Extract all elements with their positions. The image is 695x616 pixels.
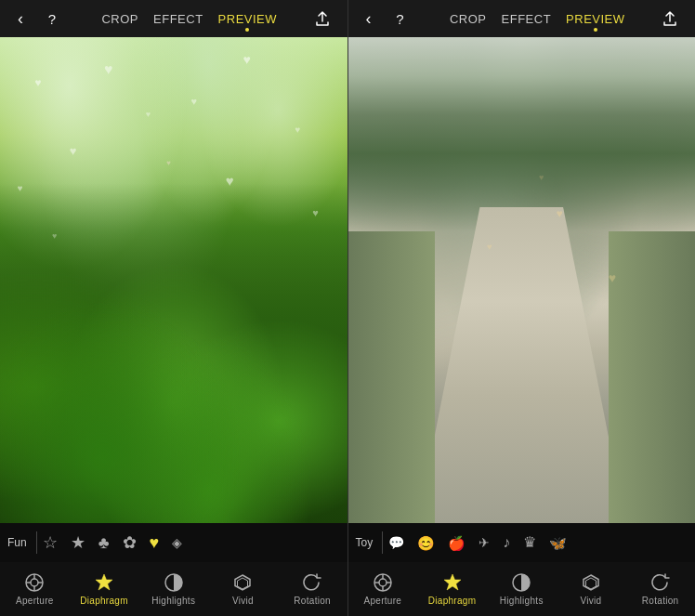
- bokeh-heart: ♥: [226, 173, 234, 189]
- right-tab-effect[interactable]: EFFECT: [502, 12, 552, 26]
- right-nav-left: ‹ ?: [356, 9, 413, 29]
- right-panel: ‹ ? CROP EFFECT PREVIEW: [348, 0, 696, 616]
- right-help-icon[interactable]: ?: [387, 11, 413, 27]
- left-filter-heart[interactable]: ♥: [150, 534, 160, 551]
- left-filter-star-outline[interactable]: ☆: [43, 534, 58, 551]
- right-tool-highlights[interactable]: Highlights: [487, 562, 557, 616]
- left-filter-club[interactable]: ♣: [98, 534, 110, 551]
- left-filter-flower[interactable]: ✿: [123, 534, 137, 551]
- left-tool-aperture[interactable]: Aperture: [0, 562, 70, 616]
- right-diaphragm-icon: [442, 572, 463, 593]
- left-tool-vivid-label: Vivid: [232, 596, 254, 606]
- right-tool-aperture-label: Aperture: [363, 596, 401, 606]
- highlights-icon: [164, 572, 184, 593]
- left-filter-sep: [36, 531, 37, 554]
- left-tool-highlights-label: Highlights: [151, 596, 195, 606]
- right-filter-sep: [382, 531, 383, 554]
- bokeh-heart: ♥: [190, 96, 197, 107]
- left-filter-drop[interactable]: ◈: [172, 536, 182, 549]
- left-nav-left: ‹ ?: [7, 9, 65, 29]
- bokeh-heart: ♥: [18, 183, 23, 193]
- right-tool-rotation[interactable]: Rotation: [625, 562, 695, 616]
- left-bokeh-overlay: ♥ ♥ ♥ ♥ ♥ ♥ ♥ ♥ ♥ ♥ ♥ ♥: [0, 37, 348, 523]
- bokeh-heart: ♥: [295, 125, 300, 135]
- left-photo-bg: ♥ ♥ ♥ ♥ ♥ ♥ ♥ ♥ ♥ ♥ ♥ ♥: [0, 37, 348, 523]
- left-tab-effect[interactable]: EFFECT: [153, 12, 203, 26]
- right-path: [417, 207, 625, 523]
- bokeh-heart: ♥: [70, 144, 77, 158]
- right-trees-top: [348, 37, 696, 231]
- right-nav-tabs: CROP EFFECT PREVIEW: [450, 12, 625, 26]
- right-tool-vivid-label: Vivid: [580, 596, 601, 606]
- right-tool-diaphragm[interactable]: Diaphragm: [417, 562, 487, 616]
- svg-marker-16: [444, 574, 461, 590]
- vivid-icon: [232, 572, 253, 593]
- right-photo-bg: ♥ ♥ ♥ ♥: [348, 37, 696, 523]
- diaphragm-icon: [94, 572, 114, 593]
- rotation-icon: [302, 572, 322, 593]
- bokeh-heart: ♥: [243, 52, 250, 67]
- right-filter-butterfly[interactable]: 🦋: [549, 536, 567, 550]
- left-photo: ♥ ♥ ♥ ♥ ♥ ♥ ♥ ♥ ♥ ♥ ♥ ♥: [0, 37, 348, 523]
- left-nav-tabs: CROP EFFECT PREVIEW: [101, 12, 277, 26]
- left-panel: ‹ ? CROP EFFECT PREVIEW ♥ ♥ ♥ ♥ ♥: [0, 0, 348, 616]
- left-tool-bar: Aperture Diaphragm Highlights: [0, 562, 348, 616]
- left-filter-label: Fun: [7, 536, 27, 549]
- right-vivid-icon: [581, 572, 601, 593]
- right-nav-right: [662, 10, 688, 27]
- left-tool-diaphragm[interactable]: Diaphragm: [70, 562, 139, 616]
- right-share-icon[interactable]: [662, 10, 688, 27]
- left-help-icon[interactable]: ?: [39, 11, 65, 27]
- right-rotation-icon: [650, 572, 671, 593]
- right-tab-preview[interactable]: PREVIEW: [566, 12, 624, 26]
- right-filter-plane[interactable]: ✈: [479, 536, 490, 549]
- right-filter-icons: 💬 😊 🍎 ✈ ♪ ♛ 🦋: [388, 535, 567, 550]
- left-tool-aperture-label: Aperture: [16, 596, 54, 606]
- left-share-icon[interactable]: [314, 10, 340, 27]
- right-tool-vivid[interactable]: Vivid: [557, 562, 626, 616]
- right-photo: ♥ ♥ ♥ ♥: [348, 37, 696, 523]
- left-filter-bar: Fun ☆ ★ ♣ ✿ ♥ ◈: [0, 523, 348, 562]
- left-tool-rotation[interactable]: Rotation: [278, 562, 348, 616]
- right-filter-apple[interactable]: 🍎: [448, 536, 466, 550]
- left-back-icon[interactable]: ‹: [7, 9, 33, 29]
- right-left-grass: [348, 231, 435, 523]
- bokeh-heart: ♥: [52, 231, 57, 241]
- left-nav-bar: ‹ ? CROP EFFECT PREVIEW: [0, 0, 348, 37]
- right-tool-aperture[interactable]: Aperture: [348, 562, 418, 616]
- right-aperture-icon: [373, 572, 393, 593]
- svg-marker-19: [585, 578, 596, 589]
- bokeh-heart: ♥: [312, 207, 319, 218]
- svg-point-1: [31, 579, 38, 586]
- right-highlights-icon: [511, 572, 531, 593]
- bokeh-heart: ♥: [166, 159, 171, 167]
- left-tool-vivid[interactable]: Vivid: [208, 562, 278, 616]
- aperture-icon: [24, 572, 45, 593]
- bokeh-heart: ♥: [146, 110, 151, 119]
- bokeh-heart: ♥: [104, 61, 113, 78]
- left-nav-right: [314, 10, 340, 27]
- right-nav-bar: ‹ ? CROP EFFECT PREVIEW: [348, 0, 696, 37]
- left-filter-icons: ☆ ★ ♣ ✿ ♥ ◈: [43, 534, 183, 551]
- right-filter-crown[interactable]: ♛: [523, 535, 536, 550]
- left-tool-highlights[interactable]: Highlights: [138, 562, 208, 616]
- left-tab-preview[interactable]: PREVIEW: [218, 12, 277, 26]
- right-filter-label: Toy: [356, 536, 374, 549]
- right-tool-highlights-label: Highlights: [500, 596, 544, 606]
- left-tab-crop[interactable]: CROP: [101, 12, 138, 26]
- left-tool-rotation-label: Rotation: [294, 596, 331, 606]
- svg-marker-6: [96, 574, 112, 590]
- right-filter-smile[interactable]: 😊: [417, 536, 435, 550]
- svg-point-11: [379, 579, 387, 586]
- right-back-icon[interactable]: ‹: [356, 9, 382, 29]
- right-tab-crop[interactable]: CROP: [450, 12, 487, 26]
- right-right-grass: [609, 231, 695, 523]
- right-filter-bubble[interactable]: 💬: [388, 536, 404, 549]
- left-filter-star-filled[interactable]: ★: [71, 534, 85, 551]
- right-tool-bar: Aperture Diaphragm Highlights: [348, 562, 696, 616]
- right-tool-diaphragm-label: Diaphragm: [428, 596, 477, 606]
- right-tool-rotation-label: Rotation: [642, 596, 679, 606]
- right-filter-note[interactable]: ♪: [503, 535, 510, 550]
- svg-marker-9: [238, 578, 248, 589]
- bokeh-heart: ♥: [34, 76, 41, 89]
